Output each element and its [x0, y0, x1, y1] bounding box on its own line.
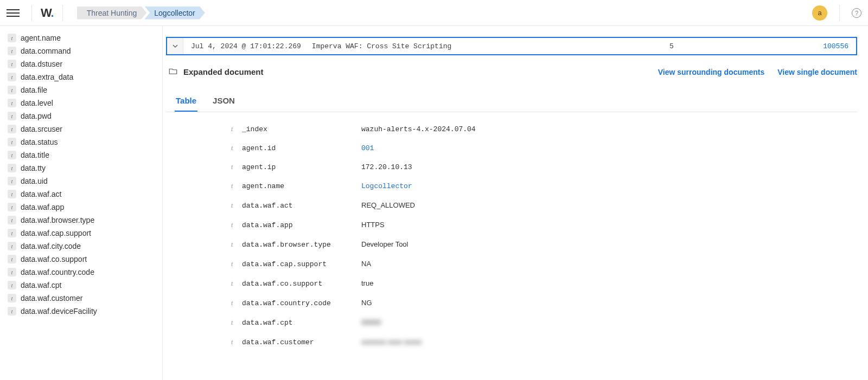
type-text-icon: t	[8, 112, 16, 120]
field-item[interactable]: tdata.waf.customer	[8, 292, 155, 305]
type-text-icon: t	[8, 34, 16, 42]
event-rule-id[interactable]: 100556	[807, 39, 856, 54]
field-label: data.waf.cap.support	[21, 229, 91, 237]
field-value[interactable]: Logcollector	[361, 182, 412, 190]
type-text-icon: t	[8, 151, 16, 159]
view-single-link[interactable]: View single document	[777, 68, 857, 76]
field-item[interactable]: tdata.tty	[8, 162, 155, 175]
field-label: data.waf.co.support	[21, 255, 87, 263]
tab-json[interactable]: JSON	[212, 92, 236, 112]
field-item[interactable]: tdata.waf.co.support	[8, 253, 155, 266]
field-key: agent.id	[242, 144, 361, 152]
field-item[interactable]: tdata.file	[8, 83, 155, 96]
table-row: tdata.waf.country.codeNG	[231, 293, 857, 313]
field-item[interactable]: tdata.waf.deviceFacility	[8, 305, 155, 318]
field-item[interactable]: tdata.pwd	[8, 110, 155, 123]
field-item[interactable]: tdata.waf.cap.support	[8, 227, 155, 240]
field-label: data.tty	[21, 164, 46, 172]
tab-table[interactable]: Table	[175, 92, 197, 112]
type-text-icon: t	[8, 255, 16, 263]
table-row: tdata.waf.actREQ_ALLOWED	[231, 196, 857, 215]
type-text-icon: t	[231, 221, 242, 229]
type-text-icon: t	[8, 229, 16, 237]
type-text-icon: t	[8, 294, 16, 302]
field-key: data.waf.customer	[242, 338, 361, 346]
field-item[interactable]: tdata.waf.app	[8, 201, 155, 214]
field-key: data.waf.country.code	[242, 299, 361, 307]
field-key: _index	[242, 125, 361, 133]
collapse-toggle[interactable]	[167, 38, 183, 54]
field-label: data.waf.customer	[21, 294, 82, 302]
type-text-icon: t	[8, 190, 16, 198]
breadcrumb-logcollector[interactable]: Logcollector	[144, 7, 205, 20]
field-item[interactable]: tdata.waf.act	[8, 188, 155, 201]
type-text-icon: t	[231, 125, 242, 133]
divider	[839, 5, 840, 21]
breadcrumb: Threat Hunting Logcollector	[77, 7, 205, 20]
table-row: tdata.waf.cap.supportNA	[231, 254, 857, 274]
menu-button[interactable]	[7, 7, 20, 20]
table-row: tagent.ip172.20.10.13	[231, 158, 857, 177]
type-text-icon: t	[8, 73, 16, 81]
type-text-icon: t	[231, 280, 242, 288]
type-text-icon: t	[231, 182, 242, 190]
field-label: data.level	[21, 99, 53, 107]
field-item[interactable]: tdata.command	[8, 44, 155, 57]
field-label: data.file	[21, 86, 47, 94]
field-item[interactable]: tdata.waf.city.code	[8, 240, 155, 253]
table-row: tagent.nameLogcollector	[231, 177, 857, 196]
field-item[interactable]: tagent.name	[8, 31, 155, 44]
type-text-icon: t	[8, 164, 16, 172]
field-label: data.dstuser	[21, 60, 62, 68]
avatar[interactable]: a	[812, 5, 827, 21]
field-item[interactable]: tdata.waf.cpt	[8, 279, 155, 292]
table-row: tdata.waf.customerxxxxxxx xxxx xxxxx	[231, 332, 857, 352]
logo[interactable]: W.	[41, 6, 54, 20]
field-value: REQ_ALLOWED	[361, 201, 415, 209]
type-text-icon: t	[8, 86, 16, 94]
table-row: tdata.waf.cpt00000	[231, 313, 857, 332]
field-label: data.waf.app	[21, 203, 64, 211]
event-message: Imperva WAF: Cross Site Scripting	[309, 39, 666, 54]
field-value[interactable]: 001	[361, 144, 374, 152]
field-label: data.extra_data	[21, 73, 73, 81]
field-label: data.pwd	[21, 112, 52, 120]
field-item[interactable]: tdata.status	[8, 136, 155, 149]
main-content: Jul 4, 2024 @ 17:01:22.269 Imperva WAF: …	[163, 26, 868, 380]
field-label: data.waf.cpt	[21, 281, 62, 289]
field-item[interactable]: tdata.title	[8, 149, 155, 162]
type-text-icon: t	[8, 60, 16, 68]
field-key: agent.name	[242, 182, 361, 190]
field-item[interactable]: tdata.level	[8, 96, 155, 110]
field-label: data.waf.country.code	[21, 268, 94, 276]
field-item[interactable]: tdata.uid	[8, 175, 155, 188]
field-label: data.title	[21, 151, 49, 159]
field-key: data.waf.cap.support	[242, 260, 361, 268]
field-value: wazuh-alerts-4.x-2024.07.04	[361, 125, 476, 133]
fields-sidebar: tagent.nametdata.commandtdata.dstusertda…	[0, 26, 163, 380]
event-timestamp: Jul 4, 2024 @ 17:01:22.269	[183, 39, 309, 54]
field-label: data.uid	[21, 177, 48, 185]
field-value: HTTPS	[361, 221, 385, 229]
field-value: NG	[361, 299, 372, 307]
field-item[interactable]: tdata.srcuser	[8, 123, 155, 136]
field-item[interactable]: tdata.waf.country.code	[8, 266, 155, 279]
expanded-title: Expanded document	[183, 67, 264, 76]
type-text-icon: t	[8, 138, 16, 146]
type-text-icon: t	[8, 47, 16, 55]
folder-icon	[168, 66, 178, 78]
field-label: data.waf.deviceFacility	[21, 307, 97, 315]
field-key: data.waf.browser.type	[242, 241, 361, 249]
breadcrumb-threat-hunting[interactable]: Threat Hunting	[77, 7, 147, 20]
field-item[interactable]: tdata.dstuser	[8, 57, 155, 70]
view-surrounding-link[interactable]: View surrounding documents	[658, 68, 765, 76]
topbar: W. Threat Hunting Logcollector a ?	[0, 0, 868, 26]
help-icon[interactable]: ?	[852, 8, 861, 18]
type-text-icon: t	[8, 177, 16, 185]
type-text-icon: t	[231, 299, 242, 307]
type-text-icon: t	[231, 260, 242, 268]
field-item[interactable]: tdata.extra_data	[8, 70, 155, 83]
field-value: xxxxxxx xxxx xxxxx	[361, 338, 422, 346]
type-text-icon: t	[8, 307, 16, 315]
field-item[interactable]: tdata.waf.browser.type	[8, 214, 155, 227]
